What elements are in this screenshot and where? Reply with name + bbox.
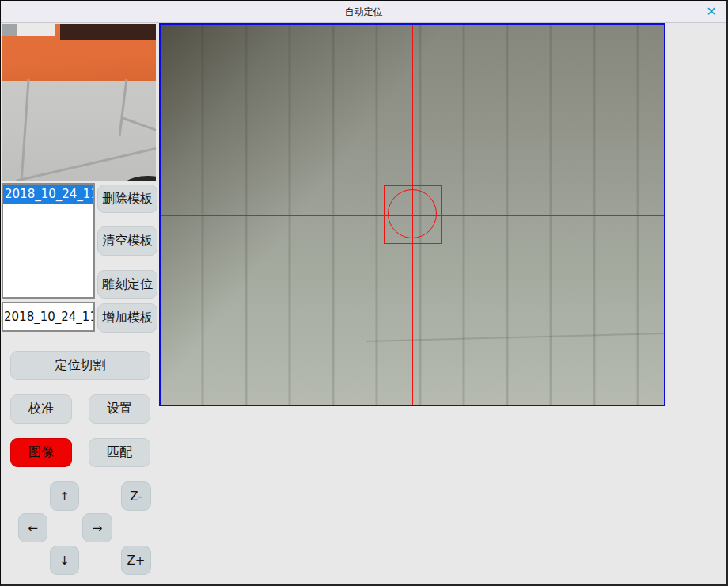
close-icon[interactable]: ✕ (703, 3, 720, 21)
target-circle-overlay (388, 189, 437, 238)
jog-z-minus-button[interactable]: Z- (121, 481, 151, 511)
engrave-position-button[interactable]: 雕刻定位 (97, 270, 157, 299)
calibrate-button[interactable]: 校准 (10, 394, 72, 424)
thumbnail-grout-line (16, 143, 156, 181)
camera-live-view[interactable] (159, 23, 665, 406)
template-list-item-selected[interactable]: 2018_10_24_11 (3, 185, 93, 204)
thumbnail-grout-line (119, 79, 128, 136)
jog-left-button[interactable]: ← (18, 513, 47, 542)
jog-z-plus-button[interactable]: Z+ (121, 546, 151, 575)
thumbnail-grout-line (123, 117, 156, 135)
match-button[interactable]: 匹配 (89, 438, 150, 467)
clear-templates-button[interactable]: 清空模板 (97, 226, 157, 256)
image-button-active[interactable]: 图像 (10, 438, 72, 467)
template-list[interactable]: 2018_10_24_11 (2, 183, 95, 299)
auto-position-dialog: 自动定位 ✕ 2018_10_24_11 删除模板 清空模板 雕刻定位 增加模板… (0, 0, 728, 586)
thumbnail-grout-line (20, 79, 29, 181)
dialog-title: 自动定位 (1, 1, 726, 23)
jog-up-button[interactable]: ↑ (50, 481, 79, 511)
camera-tile-seam (366, 333, 664, 342)
add-template-button[interactable]: 增加模板 (97, 303, 157, 333)
title-bar: 自动定位 ✕ (1, 1, 726, 23)
delete-template-button[interactable]: 删除模板 (97, 185, 157, 213)
jog-down-button[interactable]: ↓ (50, 546, 79, 575)
template-thumbnail-preview (2, 24, 156, 181)
thumbnail-dark-object (112, 176, 156, 181)
settings-button[interactable]: 设置 (89, 394, 150, 424)
position-cut-button[interactable]: 定位切割 (10, 351, 150, 380)
template-name-input[interactable] (2, 302, 95, 332)
jog-right-button[interactable]: → (82, 513, 112, 542)
